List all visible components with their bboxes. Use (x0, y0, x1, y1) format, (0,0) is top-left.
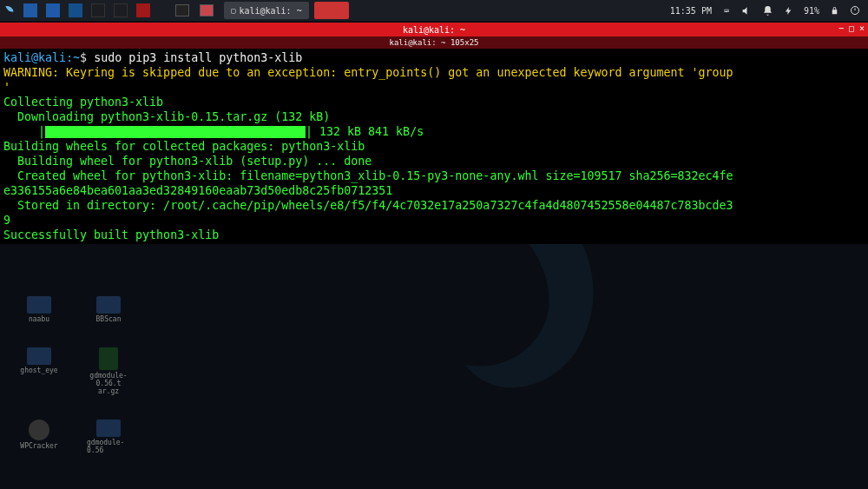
app-launcher-6[interactable] (132, 0, 155, 21)
app-launcher-3[interactable] (64, 0, 87, 21)
lock-icon[interactable] (828, 4, 840, 17)
session-menu-icon[interactable] (849, 4, 861, 17)
folder-icon (27, 347, 51, 365)
taskbar-window-terminal[interactable]: ▢ kali@kali: ~ (224, 2, 309, 19)
output-line: e336155a6e84bea601aa3ed32849160eaab73d50… (3, 184, 392, 197)
output-line: Building wheels for collected packages: … (3, 140, 365, 153)
desktop-icon[interactable]: BBScan (87, 296, 130, 323)
workspace-1[interactable] (170, 0, 194, 21)
output-line: Building wheel for python3-xlib (setup.p… (3, 155, 372, 168)
output-line: | 132 kB 841 kB/s (306, 125, 424, 138)
terminal-titlebar[interactable]: kali@kali: ~ − □ × (0, 23, 868, 36)
system-tray: 11:35 PM ⌨ 91% (670, 4, 868, 17)
progress-bar (45, 126, 306, 138)
taskbar-window-label: kali@kali: ~ (239, 6, 301, 16)
app-launcher-4[interactable] (87, 0, 109, 21)
terminal-window: kali@kali: ~ − □ × kali@kali: ~ 105x25 k… (0, 23, 868, 244)
archive-icon (99, 347, 118, 370)
output-line: Collecting python3-xlib (3, 96, 163, 109)
notifications-icon[interactable] (762, 4, 774, 17)
output-line: 9 (3, 214, 10, 227)
desktop-icons: naabu BBScan ghost_eye gdmodule-0.56.t a… (17, 296, 148, 454)
maximize-button[interactable]: □ (849, 23, 854, 33)
desktop-icon[interactable]: naabu (17, 296, 61, 323)
workspace-2[interactable] (194, 0, 219, 21)
minimize-button[interactable]: − (838, 23, 844, 33)
taskbar: ▢ kali@kali: ~ 11:35 PM ⌨ 91% (0, 0, 868, 21)
app-launcher-2[interactable] (42, 0, 64, 21)
keyboard-icon[interactable]: ⌨ (720, 4, 733, 17)
output-line: ' (3, 81, 10, 94)
start-menu-button[interactable] (0, 0, 19, 21)
gear-icon (29, 420, 49, 440)
folder-icon (96, 296, 121, 314)
taskbar-window-other[interactable] (314, 2, 349, 19)
power-icon[interactable] (783, 4, 795, 17)
terminal-tab[interactable]: kali@kali: ~ 105x25 (0, 36, 868, 49)
output-line: Created wheel for python3-xlib: filename… (3, 169, 733, 182)
desktop-icon[interactable]: ghost_eye (17, 347, 61, 395)
output-line: Successfully built python3-xlib (3, 228, 219, 241)
terminal-title: kali@kali: ~ (403, 25, 465, 35)
output-line: WARNING: Keyring is skipped due to an ex… (3, 66, 733, 79)
folder-icon (96, 420, 121, 437)
output-line: | (3, 125, 45, 138)
clock[interactable]: 11:35 PM (670, 6, 712, 16)
desktop-icon[interactable]: WPCracker (17, 420, 61, 454)
app-launcher-1[interactable] (19, 0, 42, 21)
output-line: Downloading python3-xlib-0.15.tar.gz (13… (3, 110, 330, 123)
folder-icon (27, 296, 51, 314)
prompt-user: kali@kali (3, 51, 66, 64)
terminal-body[interactable]: kali@kali:~$ sudo pip3 install python3-x… (0, 49, 868, 244)
desktop-icon[interactable]: gdmodule-0.56 (87, 420, 130, 454)
app-launcher-5[interactable] (109, 0, 132, 21)
command-text: sudo pip3 install python3-xlib (94, 51, 302, 64)
desktop-icon[interactable]: gdmodule-0.56.t ar.gz (87, 347, 130, 395)
output-line: Stored in directory: /root/.cache/pip/wh… (3, 199, 733, 212)
volume-icon[interactable] (741, 4, 753, 17)
close-button[interactable]: × (859, 23, 865, 33)
battery-percent[interactable]: 91% (804, 6, 819, 16)
